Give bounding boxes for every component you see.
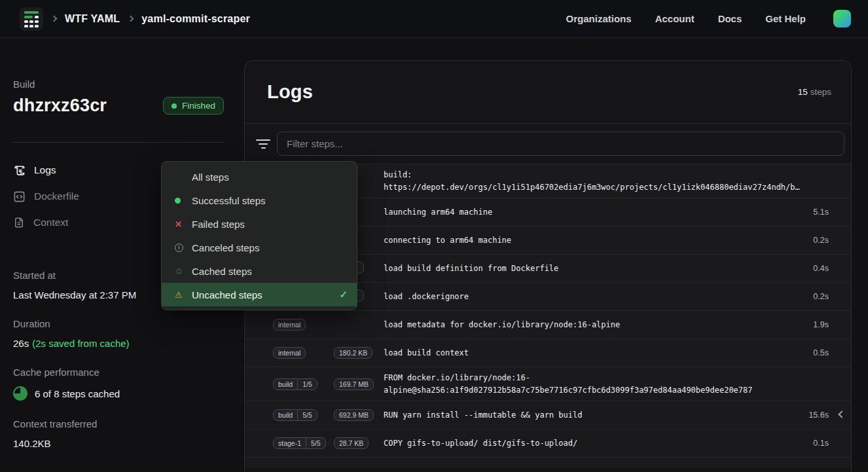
size-badge: 169.7 MB bbox=[334, 378, 374, 390]
cache-savings: (2s saved from cache) bbox=[32, 338, 129, 349]
chevron-right-icon bbox=[128, 16, 134, 22]
uncached-warning-icon: ⚠ bbox=[175, 290, 186, 300]
filter-steps-menu: All steps Successful steps ✕ Failed step… bbox=[161, 161, 357, 310]
build-label: Build bbox=[13, 79, 224, 90]
divider bbox=[13, 142, 224, 143]
breadcrumb-project[interactable]: yaml-commit-scraper bbox=[141, 13, 250, 25]
status-dot-icon bbox=[172, 103, 177, 109]
breadcrumb-org[interactable]: WTF YAML bbox=[65, 13, 120, 25]
nav-link-get-help[interactable]: Get Help bbox=[765, 13, 806, 24]
stage-badge: build1/5 bbox=[273, 378, 317, 390]
depot-logo[interactable] bbox=[20, 7, 43, 31]
chevron-right-icon bbox=[51, 16, 58, 22]
stat-cache-performance: Cache performance 6 of 8 steps cached bbox=[13, 367, 224, 401]
logs-scroll-icon bbox=[13, 164, 26, 177]
step-duration: 15.6s bbox=[805, 410, 829, 420]
log-row-partial[interactable] bbox=[245, 457, 851, 467]
dockerfile-code-icon bbox=[13, 191, 26, 203]
failed-cross-icon: ✕ bbox=[175, 219, 186, 229]
cache-pie-icon bbox=[13, 386, 27, 401]
log-row-copy-gifs[interactable]: stage-15/5 28.7 KB COPY gifs-to-upload/ … bbox=[245, 429, 851, 457]
step-duration: 0.2s bbox=[805, 236, 829, 245]
user-avatar[interactable] bbox=[833, 10, 851, 27]
stat-duration: Duration 26s(2s saved from cache) bbox=[13, 318, 224, 349]
size-badge: 180.2 KB bbox=[334, 347, 372, 359]
nav-link-docs[interactable]: Docs bbox=[718, 13, 742, 24]
log-row-load-metadata[interactable]: internal load metadata for docker.io/lib… bbox=[245, 310, 851, 338]
filter-icon[interactable] bbox=[251, 132, 275, 156]
build-id: dhzrxz63cr bbox=[13, 96, 107, 116]
size-badge: 28.7 KB bbox=[334, 437, 369, 449]
size-badge: 692.9 MB bbox=[334, 409, 374, 421]
stage-badge: build5/5 bbox=[273, 409, 317, 421]
nav-links: Organizations Account Docs Get Help bbox=[566, 10, 851, 27]
stage-badge: internal bbox=[273, 347, 306, 359]
success-dot-icon bbox=[175, 198, 186, 204]
log-row-load-context[interactable]: internal 180.2 KB load build context 0.5… bbox=[245, 338, 851, 367]
step-duration: 1.9s bbox=[805, 320, 829, 329]
nav-link-account[interactable]: Account bbox=[655, 13, 695, 24]
nav-link-organizations[interactable]: Organizations bbox=[566, 13, 632, 24]
check-icon: ✓ bbox=[339, 289, 348, 300]
cached-star-icon: ☆ bbox=[175, 266, 186, 276]
step-duration: 0.2s bbox=[805, 292, 829, 301]
menu-item-all-steps[interactable]: All steps bbox=[162, 165, 357, 189]
log-row-from-image[interactable]: build1/5 169.7 MB FROM docker.io/library… bbox=[245, 367, 851, 401]
steps-count: 15steps bbox=[798, 87, 831, 97]
log-row-run-yarn[interactable]: build5/5 692.9 MB RUN yarn install --imm… bbox=[245, 401, 851, 429]
stage-badge: stage-15/5 bbox=[273, 437, 326, 449]
stage-badge: internal bbox=[273, 319, 306, 331]
menu-item-successful-steps[interactable]: Successful steps bbox=[162, 189, 357, 212]
menu-item-uncached-steps[interactable]: ⚠ Uncached steps ✓ bbox=[162, 283, 357, 306]
stat-context-transferred: Context transferred 140.2KB bbox=[13, 418, 224, 449]
step-duration: 0.4s bbox=[805, 264, 829, 273]
context-file-icon bbox=[13, 217, 25, 228]
collapse-chevron-icon[interactable] bbox=[838, 411, 845, 418]
logs-title: Logs bbox=[267, 81, 313, 103]
menu-item-cached-steps[interactable]: ☆ Cached steps bbox=[162, 259, 357, 283]
status-badge: Finished bbox=[163, 97, 224, 115]
step-duration: 0.5s bbox=[805, 348, 829, 357]
top-nav: WTF YAML yaml-commit-scraper Organizatio… bbox=[0, 0, 868, 38]
canceled-circle-icon bbox=[175, 244, 186, 252]
menu-item-canceled-steps[interactable]: Canceled steps bbox=[162, 236, 357, 259]
menu-item-failed-steps[interactable]: ✕ Failed steps bbox=[162, 212, 357, 236]
step-duration: 5.1s bbox=[805, 208, 829, 217]
step-duration: 0.1s bbox=[805, 439, 829, 448]
filter-steps-input[interactable] bbox=[277, 132, 844, 156]
